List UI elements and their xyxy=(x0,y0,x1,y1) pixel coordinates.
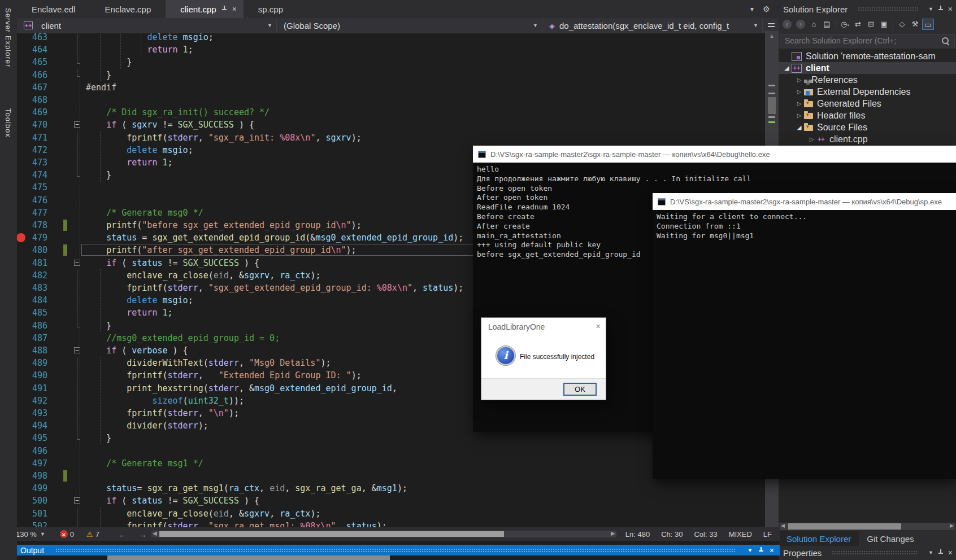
tab-toolbox[interactable]: Toolbox xyxy=(4,108,12,138)
code-line[interactable]: 464 return 1; xyxy=(17,43,765,56)
code-line[interactable]: 471 fprintf(stderr, "sgx_ra_init: %08x\n… xyxy=(17,132,765,144)
close-icon[interactable]: × xyxy=(232,5,237,13)
close-icon[interactable]: × xyxy=(948,548,953,557)
code-line[interactable]: 470 if ( sgxrv != SGX_SUCCESS ) { xyxy=(17,119,765,131)
close-icon[interactable]: × xyxy=(770,546,774,555)
indent-guide xyxy=(100,31,101,81)
pin-icon[interactable] xyxy=(938,549,944,556)
tab-enclave-edl[interactable]: Enclave.edl xyxy=(17,0,90,18)
line-number: 468 xyxy=(24,94,47,106)
navigate-back-icon[interactable]: ← xyxy=(119,530,127,539)
search-icon[interactable] xyxy=(941,37,950,45)
scroll-right-icon[interactable]: ▶ xyxy=(611,530,615,536)
window-position-dropdown-icon[interactable]: ▼ xyxy=(748,548,753,553)
zoom-dropdown-icon[interactable]: ▼ xyxy=(40,531,45,537)
expander-icon[interactable]: ◢ xyxy=(794,124,804,130)
project-scope-dropdown[interactable]: client ▼ xyxy=(17,18,277,33)
editor-horizontal-scrollbar[interactable]: ◀ ▶ xyxy=(151,531,616,537)
tab-server-explorer[interactable]: Server Explorer xyxy=(4,8,12,67)
encoding-indicator[interactable]: MIXED xyxy=(729,530,752,539)
code-line[interactable]: 465 } xyxy=(17,56,765,68)
output-panel-header[interactable]: Output ▼ × xyxy=(15,545,780,555)
scroll-right-icon[interactable]: ▶ xyxy=(950,523,954,528)
scroll-left-icon[interactable]: ◀ xyxy=(153,530,157,536)
switch-views-icon[interactable]: ▤ xyxy=(821,19,833,30)
tree-item-references[interactable]: ▷References xyxy=(779,74,956,86)
sync-active-document-icon[interactable]: ▭ xyxy=(922,19,934,30)
method-icon: ◈ xyxy=(549,21,555,30)
warning-icon[interactable] xyxy=(86,530,93,539)
expander-icon[interactable]: ▷ xyxy=(794,77,804,83)
window-position-dropdown-icon[interactable]: ▼ xyxy=(928,6,933,12)
gear-icon[interactable]: ⚙ xyxy=(763,5,770,14)
code-line[interactable]: 466 } xyxy=(17,69,765,81)
code-line[interactable]: 469 /* Did sgx_ra_init() succeed? */ xyxy=(17,106,765,119)
tree-item-header-files[interactable]: ▷Header files xyxy=(779,110,956,121)
code-line[interactable]: 468 xyxy=(17,94,765,106)
scrollbar-thumb[interactable] xyxy=(159,531,504,537)
expander-icon[interactable]: ▷ xyxy=(807,136,816,142)
properties-panel-header[interactable]: Properties ▼ × xyxy=(783,547,953,558)
close-icon[interactable]: × xyxy=(948,5,953,14)
error-count[interactable]: 0 xyxy=(70,530,74,539)
tree-item-client-cpp[interactable]: ▷client.cpp xyxy=(779,133,956,145)
forward-icon[interactable]: › xyxy=(796,20,805,29)
code-text: /* Generate msg1 */ xyxy=(86,457,203,470)
tree-item-solution-remote-attestation-sam[interactable]: Solution 'remote-attestation-sam xyxy=(779,50,956,62)
navigate-forward-icon[interactable]: → xyxy=(138,530,147,539)
scroll-up-icon[interactable]: ▲ xyxy=(765,33,779,39)
show-all-files-icon[interactable]: ▣ xyxy=(878,19,890,30)
pin-icon[interactable] xyxy=(221,6,227,12)
home-icon[interactable]: ⌂ xyxy=(808,19,820,30)
console-window-sp-exe[interactable]: D:\VS\sgx-ra-sample-master2\sgx-ra-sampl… xyxy=(653,193,956,479)
message-dialog[interactable]: LoadLibraryOne × File successfully injec… xyxy=(481,317,606,400)
tab-sp-cpp[interactable]: sp.cpp xyxy=(244,0,298,18)
line-number: 500 xyxy=(24,495,47,507)
eol-indicator[interactable]: LF xyxy=(763,530,772,539)
scroll-left-icon[interactable]: ◀ xyxy=(781,523,785,528)
expander-icon[interactable]: ▷ xyxy=(794,100,804,107)
search-input[interactable]: Search Solution Explorer (Ctrl+; xyxy=(780,34,955,47)
expander-icon[interactable]: ▷ xyxy=(794,112,804,119)
tree-item-source-files[interactable]: ◢Source Files xyxy=(779,121,956,133)
view-code-icon[interactable]: ◇ xyxy=(896,19,908,30)
tree-item-generated-files[interactable]: ▷Generated Files xyxy=(779,98,956,110)
tab-git-changes[interactable]: Git Changes xyxy=(859,531,922,546)
pin-icon[interactable] xyxy=(938,6,944,12)
tree-item-label: Solution 'remote-attestation-sam xyxy=(806,51,936,62)
code-line[interactable]: 500 if ( status != SGX_SUCCESS ) { xyxy=(17,495,765,507)
expander-icon[interactable]: ◢ xyxy=(782,65,792,71)
collapse-all-icon[interactable]: ⊟ xyxy=(865,19,877,30)
scrollbar-thumb[interactable] xyxy=(768,97,776,114)
console-title-bar[interactable]: D:\VS\sgx-ra-sample-master2\sgx-ra-sampl… xyxy=(473,146,956,163)
back-icon[interactable]: ‹ xyxy=(783,20,792,29)
warning-count[interactable]: 7 xyxy=(95,530,99,539)
close-icon[interactable]: × xyxy=(596,321,601,331)
pin-icon[interactable] xyxy=(758,547,764,554)
tree-item-external-dependencies[interactable]: ▷External Dependencies xyxy=(779,86,956,98)
scrollbar-thumb[interactable] xyxy=(788,523,901,530)
window-position-dropdown-icon[interactable]: ▼ xyxy=(928,550,933,555)
code-line[interactable]: 467#endif xyxy=(17,81,765,94)
console-title-bar[interactable]: D:\VS\sgx-ra-sample-master2\sgx-ra-sampl… xyxy=(653,193,956,210)
output-content-scrollbar[interactable] xyxy=(107,555,390,560)
tab-solution-explorer[interactable]: Solution Explorer xyxy=(779,531,859,546)
panel-horizontal-scrollbar[interactable]: ◀ ▶ xyxy=(780,523,955,530)
tree-item-client[interactable]: ◢client xyxy=(779,62,956,74)
tab-list-dropdown-icon[interactable]: ▼ xyxy=(749,6,755,12)
vs-window: Server Explorer Toolbox Enclave.edl Encl… xyxy=(0,0,956,560)
member-dropdown[interactable]: ◈ do_attestation(sgx_enclave_id_t eid, c… xyxy=(542,18,762,33)
code-line[interactable]: 499 status= sgx_ra_get_msg1(ra_ctx, eid,… xyxy=(17,482,765,495)
ok-button[interactable]: OK xyxy=(563,383,597,396)
zoom-level[interactable]: 130 % xyxy=(16,530,37,539)
expander-icon[interactable]: ▷ xyxy=(794,89,804,95)
properties-icon[interactable]: ⚒ xyxy=(909,19,921,30)
pending-changes-icon[interactable]: ◷▾ xyxy=(839,19,851,30)
error-icon[interactable] xyxy=(60,530,68,538)
cursor-col: Col: 33 xyxy=(694,530,717,539)
tab-enclave-cpp[interactable]: Enclave.cpp xyxy=(90,0,166,18)
code-line[interactable]: 501 enclave_ra_close(eid, &sgxrv, ra_ctx… xyxy=(17,508,765,520)
refresh-icon[interactable]: ⇄ xyxy=(852,19,864,30)
global-scope-dropdown[interactable]: (Global Scope) ▼ xyxy=(277,18,542,33)
tab-client-cpp[interactable]: client.cpp × xyxy=(166,0,244,18)
